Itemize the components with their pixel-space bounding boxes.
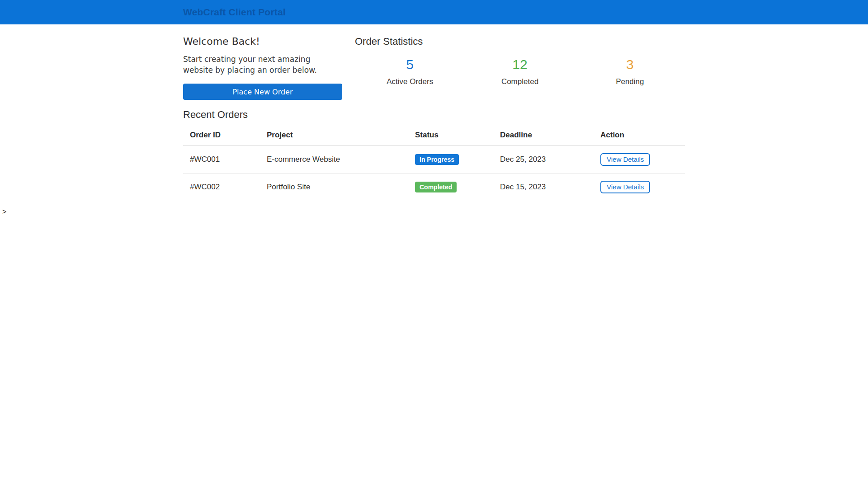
main-content: Welcome Back! Start creating your next a… <box>183 36 685 201</box>
stat-active-orders-label: Active Orders <box>355 77 465 86</box>
stray-caret-text: > <box>2 208 6 216</box>
order-id-cell: #WC002 <box>183 174 260 201</box>
welcome-heading: Welcome Back! <box>183 36 342 47</box>
action-cell: View Details <box>594 174 685 201</box>
table-row: #WC002 Portfolio Site Completed Dec 15, … <box>183 174 685 201</box>
stat-pending: 3 Pending <box>575 58 685 86</box>
welcome-message: Start creating your next amazing website… <box>183 54 342 75</box>
stat-active-orders-value: 5 <box>355 58 465 71</box>
column-header-project: Project <box>260 128 408 146</box>
place-new-order-button[interactable]: Place New Order <box>183 84 342 100</box>
welcome-card: Welcome Back! Start creating your next a… <box>183 36 342 100</box>
action-cell: View Details <box>594 146 685 174</box>
status-badge: Completed <box>415 182 457 192</box>
recent-orders-heading: Recent Orders <box>183 109 685 121</box>
header-title: WebCraft Client Portal <box>183 7 286 17</box>
orders-table: Order ID Project Status Deadline Action … <box>183 128 685 201</box>
stat-active-orders: 5 Active Orders <box>355 58 465 86</box>
order-statistics-heading: Order Statistics <box>355 36 685 47</box>
column-header-deadline: Deadline <box>493 128 594 146</box>
column-header-order-id: Order ID <box>183 128 260 146</box>
view-details-button[interactable]: View Details <box>600 153 650 166</box>
stat-completed: 12 Completed <box>465 58 575 86</box>
header-bar: WebCraft Client Portal <box>0 0 868 24</box>
column-header-status: Status <box>408 128 493 146</box>
table-header-row: Order ID Project Status Deadline Action <box>183 128 685 146</box>
project-cell: E-commerce Website <box>260 146 408 174</box>
column-header-action: Action <box>594 128 685 146</box>
order-id-cell: #WC001 <box>183 146 260 174</box>
status-cell: Completed <box>408 174 493 201</box>
view-details-button[interactable]: View Details <box>600 181 650 193</box>
stat-completed-value: 12 <box>465 58 575 71</box>
status-badge: In Progress <box>415 154 459 165</box>
stat-pending-value: 3 <box>575 58 685 71</box>
stat-pending-label: Pending <box>575 77 685 86</box>
status-cell: In Progress <box>408 146 493 174</box>
project-cell: Portfolio Site <box>260 174 408 201</box>
order-statistics-section: Order Statistics 5 Active Orders 12 Comp… <box>355 36 685 86</box>
deadline-cell: Dec 15, 2023 <box>493 174 594 201</box>
deadline-cell: Dec 25, 2023 <box>493 146 594 174</box>
table-row: #WC001 E-commerce Website In Progress De… <box>183 146 685 174</box>
stat-completed-label: Completed <box>465 77 575 86</box>
